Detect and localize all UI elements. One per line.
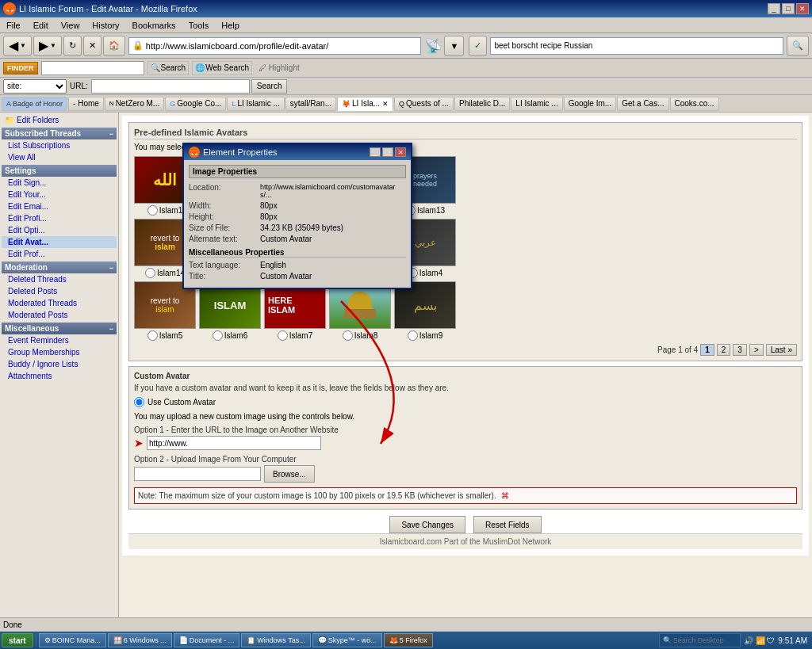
bookmark-li-islamic2[interactable]: LI Islamic ... bbox=[511, 97, 562, 111]
sidebar-edit-profile2[interactable]: Edit Prof... bbox=[2, 248, 117, 260]
sidebar-deleted-posts[interactable]: Deleted Posts bbox=[2, 285, 117, 297]
collapse-misc-icon[interactable]: − bbox=[109, 325, 113, 333]
upload-input[interactable] bbox=[134, 467, 261, 481]
bookmark-google-im[interactable]: Google Im... bbox=[564, 97, 616, 111]
sidebar-edit-sign[interactable]: Edit Sign... bbox=[2, 177, 117, 189]
bookmark-li-isla-active[interactable]: 🦊LI Isla... ✕ bbox=[337, 97, 393, 111]
highlight-btn[interactable]: 🖊 Highlight bbox=[255, 63, 303, 72]
sidebar-attachments[interactable]: Attachments bbox=[2, 370, 117, 382]
avatar-item-islam9[interactable]: بسم Islam9 bbox=[394, 281, 456, 341]
search-bar[interactable] bbox=[490, 37, 783, 55]
sidebar-buddy-ignore[interactable]: Buddy / Ignore Lists bbox=[2, 358, 117, 370]
bookmark-li-islamic1[interactable]: LLI Islamic ... bbox=[227, 97, 284, 111]
edit-folders-item[interactable]: 📁 Edit Folders bbox=[2, 114, 117, 126]
collapse-mod-icon[interactable]: − bbox=[109, 264, 113, 272]
finder-btn[interactable]: FINDER bbox=[3, 62, 38, 74]
sidebar-edit-options[interactable]: Edit Opti... bbox=[2, 224, 117, 236]
avatar-radio-islam14[interactable] bbox=[145, 268, 155, 278]
collapse-subscribed-icon[interactable]: − bbox=[109, 130, 113, 138]
dialog-minimize-btn[interactable]: _ bbox=[370, 147, 381, 157]
restore-btn[interactable]: □ bbox=[782, 3, 795, 14]
page-last-btn[interactable]: Last » bbox=[766, 344, 797, 356]
back-button[interactable]: ◀ ▼ bbox=[3, 36, 32, 56]
finder-input-area[interactable] bbox=[41, 61, 144, 75]
avatar-item-islam8[interactable]: Islam8 bbox=[329, 281, 391, 341]
use-custom-radio-option[interactable]: Use Custom Avatar bbox=[134, 397, 797, 407]
websearch-btn[interactable]: 🌐 Web Search bbox=[192, 61, 252, 75]
avatar-item-islam6[interactable]: ISLAM Islam6 bbox=[199, 281, 261, 341]
search-btn2[interactable]: Search bbox=[251, 79, 288, 94]
minimize-btn[interactable]: _ bbox=[768, 3, 780, 14]
url-input-custom[interactable] bbox=[147, 436, 321, 450]
search-btn-group[interactable]: 🔍 Search bbox=[147, 61, 190, 75]
search-input[interactable] bbox=[494, 41, 779, 50]
page-1-btn[interactable]: 1 bbox=[700, 344, 714, 356]
rss-dropdown[interactable]: ▼ bbox=[444, 36, 464, 56]
tab-close-btn[interactable]: ✕ bbox=[382, 100, 389, 108]
taskbar-skype[interactable]: 💬Skype™ - wo... bbox=[312, 633, 382, 647]
taskbar-document[interactable]: 📄Document - ... bbox=[174, 633, 240, 647]
avatar-radio-islam7[interactable] bbox=[278, 330, 288, 341]
sidebar-event-reminders[interactable]: Event Reminders bbox=[2, 334, 117, 346]
use-custom-radio[interactable] bbox=[134, 397, 144, 407]
forward-button[interactable]: ▶ ▼ bbox=[33, 36, 62, 56]
sidebar-moderated-posts[interactable]: Moderated Posts bbox=[2, 309, 117, 321]
avatar-item-islam5[interactable]: revert toislam Islam5 bbox=[134, 281, 196, 341]
page-2-btn[interactable]: 2 bbox=[717, 344, 731, 356]
url-field[interactable] bbox=[91, 79, 250, 94]
search-label[interactable]: Search bbox=[161, 63, 186, 72]
bookmark-netzero[interactable]: NNetZero M... bbox=[105, 97, 164, 111]
avatar-radio-islam6[interactable] bbox=[213, 330, 223, 341]
dialog-close-btn[interactable]: ✕ bbox=[395, 147, 406, 157]
taskbar-search-area[interactable]: 🔍 bbox=[659, 633, 741, 647]
sidebar-edit-your[interactable]: Edit Your... bbox=[2, 189, 117, 200]
bookmark-cooks[interactable]: Cooks.co... bbox=[670, 97, 719, 111]
menu-file[interactable]: File bbox=[3, 19, 24, 32]
dialog-title-bar[interactable]: 🦊 Element Properties _ □ ✕ bbox=[184, 144, 411, 160]
browse-button[interactable]: Browse... bbox=[264, 465, 315, 483]
close-btn[interactable]: ✕ bbox=[796, 3, 809, 14]
avatar-radio-islam5[interactable] bbox=[147, 330, 158, 341]
avatar-radio-islam8[interactable] bbox=[343, 330, 353, 341]
sidebar-view-all[interactable]: View All bbox=[2, 151, 117, 163]
bookmark-home[interactable]: - Home bbox=[68, 97, 104, 111]
sidebar-moderated-threads[interactable]: Moderated Threads bbox=[2, 297, 117, 309]
page-3-btn[interactable]: 3 bbox=[733, 344, 747, 356]
menu-edit[interactable]: Edit bbox=[30, 19, 52, 32]
search-go-btn[interactable]: 🔍 bbox=[787, 36, 809, 56]
url-bar[interactable]: 🔒 bbox=[128, 37, 422, 55]
sidebar-list-subscriptions[interactable]: List Subscriptions bbox=[2, 139, 117, 151]
menu-tools[interactable]: Tools bbox=[186, 19, 213, 32]
element-properties-dialog[interactable]: 🦊 Element Properties _ □ ✕ Image Propert… bbox=[182, 143, 412, 289]
sidebar-group-memberships[interactable]: Group Memberships bbox=[2, 346, 117, 358]
menu-history[interactable]: History bbox=[89, 19, 122, 32]
menu-help[interactable]: Help bbox=[218, 19, 243, 32]
site-dropdown[interactable]: site: bbox=[3, 79, 67, 94]
sidebar-edit-email[interactable]: Edit Emai... bbox=[2, 200, 117, 212]
websearch-label[interactable]: Web Search bbox=[205, 63, 249, 72]
reset-fields-btn[interactable]: Reset Fields bbox=[473, 516, 542, 533]
avatar-radio-islam9[interactable] bbox=[408, 330, 418, 341]
bookmark-get-cas[interactable]: Get a Cas... bbox=[617, 97, 668, 111]
url-input[interactable] bbox=[146, 41, 418, 51]
sidebar-deleted-threads[interactable]: Deleted Threads bbox=[2, 273, 117, 285]
save-changes-btn[interactable]: Save Changes bbox=[389, 516, 465, 533]
sidebar-edit-profile1[interactable]: Edit Profi... bbox=[2, 212, 117, 224]
menu-bookmarks[interactable]: Bookmarks bbox=[129, 19, 179, 32]
stop-button[interactable]: ✕ bbox=[83, 36, 102, 56]
page-next-btn[interactable]: > bbox=[749, 344, 764, 356]
bookmark-google-co[interactable]: GGoogle Co... bbox=[165, 97, 226, 111]
sidebar-edit-avatar[interactable]: Edit Avat... bbox=[2, 236, 117, 248]
home-button[interactable]: 🏠 bbox=[103, 36, 125, 56]
taskbar-windows-tas[interactable]: 📋Windows Tas... bbox=[241, 633, 310, 647]
avatar-radio-islam1[interactable] bbox=[147, 205, 158, 216]
taskbar-firefox[interactable]: 🦊5 Firefox bbox=[384, 633, 433, 647]
reload-button[interactable]: ↻ bbox=[63, 36, 82, 56]
bookmark-sytall[interactable]: sytall/Ran... bbox=[285, 97, 336, 111]
taskbar-boinc[interactable]: ⚙BOINC Mana... bbox=[39, 633, 106, 647]
avatar-item-islam7[interactable]: HERE ISLAM Islam7 bbox=[264, 281, 326, 341]
bookmark-quests[interactable]: QQuests of ... bbox=[394, 97, 454, 111]
menu-view[interactable]: View bbox=[58, 19, 83, 32]
security-check-btn[interactable]: ✓ bbox=[469, 36, 487, 56]
dialog-restore-btn[interactable]: □ bbox=[382, 147, 393, 157]
